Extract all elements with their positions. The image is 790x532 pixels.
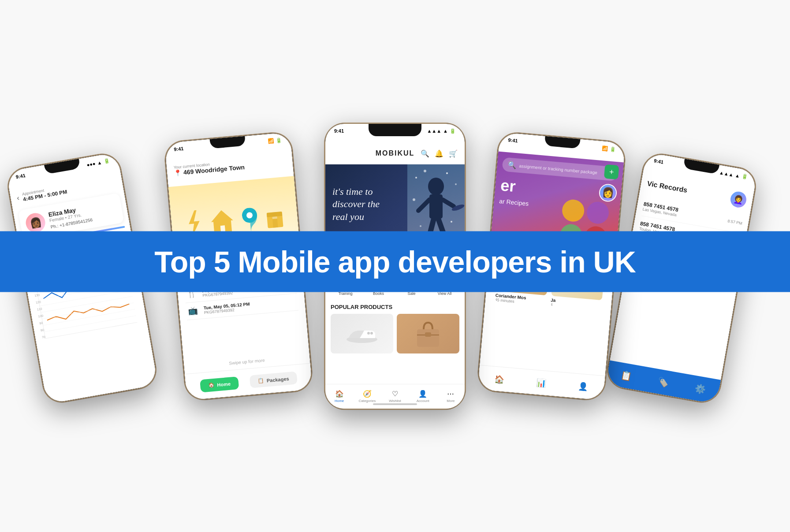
hero-text: it's time todiscover thereal you [332, 186, 400, 223]
status-icons: 📶 🔋 [268, 137, 282, 144]
svg-line-2 [41, 296, 133, 313]
home-nav-label: Home [335, 399, 344, 403]
more-nav-label: More [447, 399, 455, 403]
home-indicator [373, 403, 417, 405]
calls-nav-tag-icon[interactable]: 🏷️ [657, 376, 670, 388]
nav-categories[interactable]: 🧭 Categories [353, 390, 381, 403]
home-icon: 🏠 [494, 374, 505, 384]
home-icon: 🏠 [208, 382, 215, 388]
svg-point-16 [428, 178, 444, 195]
notification-icon[interactable]: 🔔 [435, 149, 443, 158]
food-nav-person[interactable]: 👤 [562, 379, 604, 393]
svg-point-34 [370, 332, 373, 335]
svg-point-25 [446, 172, 448, 174]
more-nav-icon: ⋯ [447, 390, 454, 398]
calls-title: Vic Records [647, 179, 688, 194]
popular-title: POPULAR PRODUCTS [331, 304, 459, 310]
shoe-svg [344, 323, 380, 345]
food-nav-chart[interactable]: 📊 [520, 376, 563, 389]
account-nav-icon: 👤 [418, 390, 427, 398]
search-text: assignment or tracking number package [519, 163, 597, 175]
mobikul-header: MOBIKUL 🔍 🔔 🛒 [325, 143, 465, 164]
home-nav-icon: 🏠 [335, 390, 344, 398]
svg-rect-37 [425, 332, 431, 337]
status-time: 9:41 [15, 172, 26, 179]
add-button[interactable]: + [604, 164, 619, 179]
svg-point-27 [413, 198, 415, 201]
status-icons: 📶 🔋 [602, 145, 616, 153]
status-time: 9:41 [334, 128, 344, 134]
products-grid [331, 314, 459, 353]
packages-nav-button[interactable]: 📋 Packages [250, 371, 298, 388]
svg-rect-17 [429, 194, 443, 219]
calls-nav-list-icon[interactable]: 📋 [620, 369, 633, 382]
notch [369, 124, 421, 136]
svg-line-5 [45, 316, 136, 332]
app-title: MOBIKUL [376, 149, 415, 157]
patient-details: Eliza May Female • 27 Yrs. Ph.: +1-87859… [48, 204, 93, 229]
svg-point-26 [455, 183, 457, 185]
svg-point-29 [420, 225, 421, 227]
wishlist-nav-icon: ♡ [392, 390, 398, 398]
header-icons: 🔍 🔔 🛒 [421, 149, 458, 158]
tv-icon-item: 📺 [186, 305, 200, 316]
wishlist-nav-label: Wishlist [389, 399, 401, 403]
search-icon: 🔍 [507, 160, 517, 170]
user-avatar: 👩‍🦱 [729, 190, 748, 208]
main-scene: 9:41 ●●● ▲ 🔋 ‹ Appointment 4:45 PM - 5:0… [0, 0, 790, 532]
home-label: Home [217, 381, 231, 387]
svg-point-23 [415, 177, 417, 179]
svg-point-33 [367, 332, 370, 335]
categories-nav-label: Categories [358, 399, 376, 403]
status-icons: ●●● ▲ 🔋 [86, 158, 110, 167]
calls-bottom-nav: 📋 🏷️ ⚙️ [605, 360, 721, 404]
status-icons: ▲▲▲ ▲ 🔋 [427, 128, 456, 134]
search-bar[interactable]: 🔍 assignment or tracking number package [502, 157, 618, 181]
user-avatar: 👩 [598, 183, 617, 202]
nav-home[interactable]: 🏠 Home [325, 390, 353, 403]
svg-rect-35 [417, 329, 439, 347]
status-icons: ▲▲▲ ▲ 🔋 [719, 169, 748, 180]
popular-section: POPULAR PRODUCTS [325, 300, 465, 357]
patient-photo: 👩🏾 [24, 211, 47, 234]
call-time: 8:57 PM [727, 219, 743, 226]
food-bottom-nav: 🏠 📊 👤 [477, 365, 605, 400]
food-nav-home[interactable]: 🏠 [478, 372, 521, 386]
svg-point-24 [424, 170, 426, 172]
food-headline: er ar Recipes [499, 176, 531, 208]
person-icon: 👤 [578, 381, 589, 391]
package-icon [264, 207, 286, 232]
calls-nav-settings-icon[interactable]: ⚙️ [694, 383, 707, 395]
bag-svg [413, 318, 443, 349]
status-time: 9:41 [653, 158, 664, 165]
nav-account[interactable]: 👤 Account [409, 390, 437, 403]
nav-wishlist[interactable]: ♡ Wishlist [381, 390, 409, 403]
status-time: 9:41 [508, 137, 518, 143]
packages-label: Packages [266, 376, 289, 383]
packages-icon: 📋 [257, 377, 264, 383]
chart-icon: 📊 [536, 377, 547, 388]
location-pin-icon [242, 207, 259, 234]
nav-more[interactable]: ⋯ More [437, 390, 465, 403]
bag-product[interactable] [397, 314, 459, 353]
delivery-bottom-nav: 🏠 Home 📋 Packages [185, 363, 313, 400]
svg-point-28 [451, 221, 452, 223]
banner-text: Top 5 Mobile app developers in UK [154, 245, 636, 278]
back-icon[interactable]: ‹ [16, 194, 20, 202]
account-nav-label: Account [417, 399, 429, 403]
home-nav-button[interactable]: 🏠 Home [200, 376, 239, 392]
categories-nav-icon: 🧭 [363, 390, 372, 398]
shoe-product[interactable] [331, 314, 393, 353]
search-icon[interactable]: 🔍 [421, 149, 429, 158]
status-time: 9:41 [174, 145, 184, 152]
cart-icon[interactable]: 🛒 [449, 149, 458, 158]
main-banner: Top 5 Mobile app developers in UK [0, 231, 790, 292]
